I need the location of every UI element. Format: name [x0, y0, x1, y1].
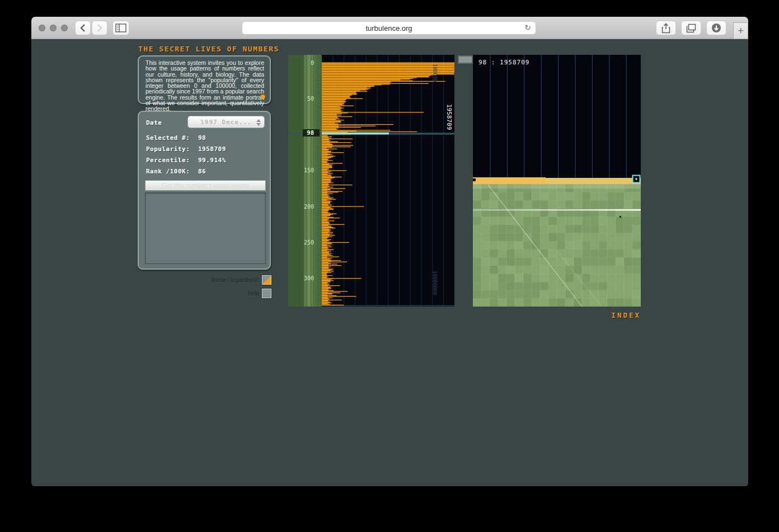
linear-log-label: linear / logarithmic: [192, 276, 259, 283]
selected-number-row: Selected #: 98: [146, 134, 206, 142]
rank-value: 86: [198, 168, 206, 175]
percentile-row: Percentile: 99.914%: [146, 157, 226, 164]
associations-textarea[interactable]: [145, 192, 266, 264]
log-axis-label-bottom: 10000000: [432, 271, 438, 295]
svg-text:0: 0: [311, 60, 314, 66]
date-select-value: 1997 Dece...: [200, 119, 251, 126]
tab-overview-button[interactable]: [681, 21, 701, 35]
description-box: This interactive system invites you to e…: [138, 55, 271, 104]
forward-button[interactable]: [92, 21, 107, 35]
sidebar-toggle-button[interactable]: [112, 21, 129, 35]
popularity-value: 1958709: [198, 145, 226, 153]
help-label: help: [192, 290, 259, 296]
traffic-lights: [39, 25, 68, 31]
svg-text:50: 50: [307, 96, 314, 102]
popularity-bar-chart[interactable]: 100000 10000000 1958709 0501001502002503…: [288, 55, 454, 307]
chevron-right-icon: [96, 23, 104, 33]
screenshot-root: turbulence.org ↻ +: [0, 0, 779, 532]
reload-icon[interactable]: ↻: [524, 23, 531, 32]
selected-bar-value-label: 1958709: [445, 104, 453, 130]
rank-row: Rank /100K: 86: [146, 168, 206, 175]
minimize-window-button[interactable]: [50, 25, 57, 31]
svg-text:250: 250: [304, 239, 314, 246]
back-button[interactable]: [75, 21, 91, 35]
selected-number-label: Selected #:: [146, 134, 198, 142]
index-map[interactable]: 98 : 1958709: [473, 55, 641, 307]
associations-button[interactable]: Get this number's associations: [145, 180, 266, 191]
browser-window: turbulence.org ↻ +: [31, 17, 748, 487]
index-map-body: [473, 55, 641, 307]
index-label[interactable]: INDEX: [529, 311, 641, 319]
info-panel: Date : 1997 Dece... Selected #: 98 Popul…: [138, 111, 271, 270]
select-arrows-icon: [256, 118, 261, 127]
share-icon: [661, 23, 670, 34]
rank-label: Rank /100K:: [146, 168, 198, 175]
sidebar-icon: [115, 23, 126, 32]
linear-log-checkbox[interactable]: [262, 275, 271, 285]
page-content: THE SECRET LIVES OF NUMBERS This interac…: [31, 39, 748, 486]
browser-toolbar: turbulence.org ↻ +: [31, 17, 748, 39]
date-select[interactable]: 1997 Dece...: [187, 116, 265, 128]
log-axis-label-top: 100000: [432, 64, 438, 82]
share-button[interactable]: [656, 21, 676, 35]
tabs-icon: [686, 23, 696, 33]
svg-text:300: 300: [304, 275, 314, 281]
percentile-value: 99.914%: [198, 157, 226, 164]
selected-readout: 98 : 1958709: [478, 59, 529, 66]
description-text: This interactive system invites you to e…: [146, 59, 264, 112]
orange-dot-icon: [260, 94, 265, 99]
svg-text:200: 200: [304, 204, 314, 210]
new-tab-button[interactable]: +: [733, 22, 748, 39]
help-checkbox[interactable]: [262, 289, 271, 298]
downloads-button[interactable]: [706, 21, 726, 35]
address-bar-url: turbulence.org: [365, 24, 412, 32]
download-icon: [711, 23, 721, 33]
popularity-label: Popularity:: [146, 145, 198, 153]
number-strip: [288, 55, 322, 307]
close-window-button[interactable]: [39, 25, 45, 31]
popularity-row: Popularity: 1958709: [146, 145, 226, 153]
zoom-window-button[interactable]: [61, 25, 68, 31]
address-bar[interactable]: turbulence.org ↻: [242, 21, 536, 35]
svg-text:150: 150: [304, 167, 314, 173]
svg-text:98: 98: [307, 129, 314, 136]
chevron-left-icon: [79, 23, 87, 33]
page-title: THE SECRET LIVES OF NUMBERS: [138, 45, 279, 53]
percentile-label: Percentile:: [146, 157, 198, 164]
selected-number-value: 98: [198, 134, 206, 142]
drag-handle[interactable]: [458, 55, 473, 64]
